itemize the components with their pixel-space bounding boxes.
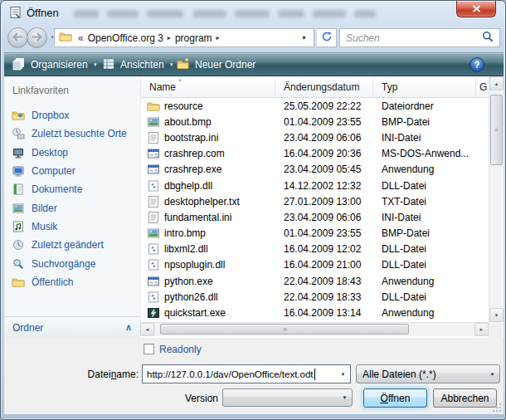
readonly-checkbox[interactable] (144, 344, 154, 354)
public-icon (12, 276, 25, 289)
folders-expander[interactable]: Ordner ∧ (4, 316, 140, 338)
file-name: dbghelp.dll (164, 180, 212, 192)
file-date-cell: 23.04.2009 06:06 (275, 212, 373, 223)
table-row[interactable]: python.exe22.04.2009 18:43Anwendung (141, 273, 489, 289)
breadcrumb[interactable]: « OpenOffice.org 3 ▸ program ▸ ▼ (54, 28, 314, 47)
filename-input[interactable]: http://127.0.0.1/dav/OpenOffice/text.odt… (142, 364, 351, 383)
table-row[interactable]: resource25.05.2009 22:22Dateiordner (141, 98, 489, 114)
file-name-cell: python.exe (141, 275, 275, 288)
breadcrumb-overflow-chevron[interactable]: « (78, 32, 84, 44)
readonly-label: Readonly (159, 344, 202, 355)
file-name-cell: quickstart.exe (141, 306, 275, 320)
sidebar-item-label: Computer (32, 165, 75, 177)
file-name-cell: crashrep.exe (141, 163, 275, 176)
back-button[interactable] (7, 27, 28, 48)
scroll-right-button[interactable]: ► (474, 323, 489, 336)
sidebar-item-recent-places[interactable]: Zuletzt besuchte Orte (4, 125, 140, 143)
filetype-select[interactable]: Alle Dateien (*.*) ▼ (356, 364, 500, 383)
breadcrumb-dropdown-icon[interactable]: ▼ (301, 35, 309, 41)
image-file-icon (147, 227, 160, 240)
organize-icon (12, 57, 26, 73)
vertical-scrollbar[interactable]: ▲ ≡ ▼ (489, 76, 503, 322)
app-file-icon (147, 163, 160, 176)
column-header-date[interactable]: Änderungsdatum (275, 76, 373, 97)
table-row[interactable]: dbghelp.dll14.12.2002 12:32DLL-Datei (141, 178, 489, 193)
column-header-size[interactable]: G (476, 76, 489, 97)
file-type-cell: TXT-Datei (373, 196, 476, 208)
column-header-type[interactable]: Typ (373, 76, 476, 97)
search-input[interactable]: Suchen (339, 28, 500, 47)
forward-button[interactable] (27, 27, 47, 48)
breadcrumb-separator-icon[interactable]: ▸ (168, 34, 171, 42)
sidebar-item-pictures[interactable]: Bilder (4, 198, 140, 217)
filename-value: http://127.0.0.1/dav/OpenOffice/text.odt (143, 369, 314, 379)
sidebar-item-desktop[interactable]: Desktop (4, 144, 140, 162)
table-row[interactable]: crashrep.exe23.04.2009 05:45Anwendung (141, 162, 489, 178)
table-row[interactable]: about.bmp01.04.2009 23:55BMP-Datei (141, 114, 489, 129)
file-name-cell: about.bmp (141, 115, 275, 129)
column-header-row: Name Änderungsdatum Typ G ▲ (140, 76, 489, 98)
new-folder-button[interactable]: Neuer Ordner (170, 56, 262, 74)
vertical-scrollbar-thumb[interactable]: ≡ (490, 95, 503, 165)
glass-blur-decoration (235, 10, 270, 17)
text-caret (314, 369, 315, 380)
file-name: crashrep.exe (164, 164, 221, 175)
cancel-button[interactable]: Abbrechen (433, 388, 497, 408)
organize-button[interactable]: Organisieren ▼ (6, 56, 105, 74)
file-date-cell: 22.04.2009 18:43 (275, 276, 373, 287)
scroll-down-icon: ▼ (494, 313, 499, 318)
open-button[interactable]: Öffnen (363, 388, 427, 408)
views-button[interactable]: Ansichten ▼ (95, 56, 181, 74)
horizontal-scrollbar[interactable]: ◄ ≡ ► (140, 322, 489, 336)
column-header-name[interactable]: Name (141, 76, 275, 97)
scroll-up-button[interactable]: ▲ (489, 76, 504, 90)
sidebar-item-recently-changed[interactable]: Zuletzt geändert (4, 236, 140, 254)
navigation-pane: Linkfavoriten DropboxZuletzt besuchte Or… (4, 76, 140, 338)
sidebar-item-searches[interactable]: Suchvorgänge (4, 254, 140, 272)
refresh-button[interactable] (316, 28, 337, 47)
file-name: libxml2.dll (164, 243, 208, 255)
table-row[interactable]: crashrep.com16.04.2009 20:36MS-DOS-Anwen… (141, 146, 489, 162)
version-dropdown-icon: ▼ (338, 389, 352, 406)
file-name: bootstrap.ini (164, 132, 218, 144)
glass-blur-decoration (354, 10, 376, 17)
file-name-cell: fundamental.ini (141, 211, 275, 224)
sidebar-item-public[interactable]: Öffentlich (4, 273, 140, 291)
sidebar-item-music[interactable]: Musik (4, 217, 140, 236)
titlebar[interactable]: Öffnen (1, 1, 506, 24)
folder-file-icon (147, 100, 160, 113)
scroll-down-button[interactable]: ▼ (489, 308, 504, 322)
dll-file-icon (147, 179, 160, 193)
file-name: about.bmp (164, 116, 212, 128)
file-type-cell: DLL-Datei (373, 243, 476, 255)
table-row[interactable]: fundamental.ini23.04.2009 06:06INI-Datei (141, 209, 489, 225)
resize-grip[interactable] (492, 403, 502, 413)
file-name: resource (164, 100, 203, 112)
sidebar-item-computer[interactable]: Computer (4, 162, 140, 180)
file-name-cell: bootstrap.ini (141, 131, 275, 144)
table-row[interactable]: desktophelper.txt27.01.2009 13:00TXT-Dat… (141, 193, 489, 209)
sidebar-item-documents[interactable]: Dokumente (4, 180, 140, 198)
sidebar-item-dropbox[interactable]: Dropbox (4, 106, 140, 125)
table-row[interactable]: intro.bmp01.04.2009 23:55BMP-Datei (141, 226, 489, 242)
close-button[interactable] (456, 1, 496, 17)
version-select[interactable]: ▼ (222, 388, 353, 407)
breadcrumb-separator-icon[interactable]: ▸ (217, 34, 220, 42)
sidebar-item-label: Desktop (32, 147, 68, 159)
table-row[interactable]: quickstart.exe16.04.2009 13:14Anwendung (141, 305, 489, 320)
breadcrumb-segment-openoffice[interactable]: OpenOffice.org 3 (88, 32, 163, 44)
scroll-left-button[interactable]: ◄ (140, 323, 154, 336)
open-dialog-window: Öffnen ▼ « OpenOffice.org 3 ▸ program ▸ … (0, 0, 506, 420)
filename-dropdown-icon[interactable]: ▼ (336, 365, 350, 383)
back-arrow-icon (12, 32, 23, 44)
searches-icon (12, 257, 25, 271)
recently-changed-icon (12, 238, 25, 252)
text-file-icon (147, 131, 160, 144)
table-row[interactable]: npsoplugin.dll16.04.2009 21:00DLL-Datei (141, 257, 489, 273)
table-row[interactable]: bootstrap.ini23.04.2009 06:06INI-Datei (141, 129, 489, 145)
table-row[interactable]: python26.dll22.04.2009 18:33DLL-Datei (141, 289, 489, 305)
help-button[interactable]: ? (470, 57, 484, 72)
table-row[interactable]: libxml2.dll16.04.2009 12:02DLL-Datei (141, 242, 489, 257)
horizontal-scrollbar-thumb[interactable]: ≡ (160, 324, 409, 335)
breadcrumb-segment-program[interactable]: program (175, 32, 212, 44)
